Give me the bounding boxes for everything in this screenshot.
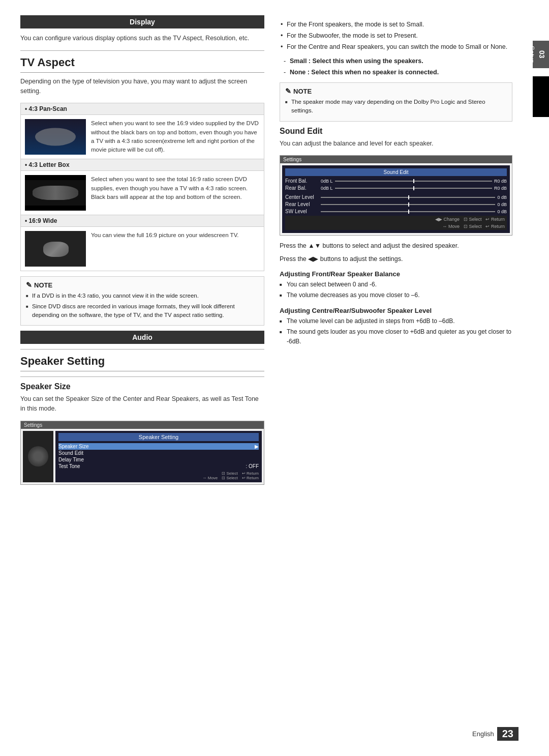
speaker-inner: Speaker Setting Speaker Size ▶ Sound Edi…: [21, 429, 264, 484]
speaker-screen-label: Settings: [21, 421, 264, 429]
pencil-icon: ✎: [26, 281, 32, 289]
wide-label: • 16:9 Wide: [21, 215, 264, 227]
speaker-row-0: Speaker Size ▶: [58, 443, 259, 450]
speaker-size-intro: You can set the Speaker Size of the Cent…: [20, 394, 264, 414]
bullet-item-1: For the Subwoofer, the mode is set to Pr…: [280, 31, 512, 41]
sound-edit-heading: Sound Edit: [280, 127, 512, 136]
page-number: 23: [497, 727, 518, 741]
speaker-panel-image: [23, 431, 53, 482]
adj-centre-heading: Adjusting Centre/Rear/Subwoofer Speaker …: [280, 307, 512, 314]
panscan-content: Select when you want to see the 16:9 vid…: [21, 115, 264, 159]
sound-screen-title: Sound Edit: [285, 168, 507, 176]
dash-item-none: None : Select this when no speaker is co…: [280, 67, 512, 77]
adj-front-rear-heading: Adjusting Front/Rear Speaker Balance: [280, 270, 512, 278]
note-item-1: If a DVD is in the 4:3 ratio, you cannot…: [26, 292, 259, 300]
divider-1: [20, 50, 264, 51]
speaker-note-title: ✎ NOTE: [285, 87, 507, 95]
wide-content: You can view the full 16:9 picture on yo…: [21, 227, 264, 271]
letterbox-text: Select when you want to see the total 16…: [91, 175, 260, 211]
right-column: For the Front speakers, the mode is set …: [280, 15, 512, 491]
panscan-text: Select when you want to see the 16:9 vid…: [91, 119, 260, 155]
sound-screen: Settings Sound Edit Front Bal. 0dB L R0 …: [280, 155, 512, 236]
speaker-bullet-list: For the Front speakers, the mode is set …: [280, 19, 512, 52]
wide-text: You can view the full 16:9 picture on yo…: [91, 231, 238, 267]
dash-item-small: Small : Select this when using the speak…: [280, 56, 512, 66]
sound-row-rear: Rear Bal. 0dB L R0 dB: [285, 185, 507, 191]
speaker-menu-title: Speaker Setting: [58, 433, 259, 441]
press-text-2: Press the ◀▶ buttons to adjust the setti…: [280, 254, 512, 264]
tv-aspect-intro: Depending on the type of television you …: [20, 77, 264, 96]
tv-aspect-heading: TV Aspect: [20, 56, 264, 73]
adj-centre-item-1: The sound gets louder as you move closer…: [280, 327, 512, 346]
display-intro: You can configure various display option…: [20, 34, 264, 43]
adj-front-item-1: The volume decreases as you move closer …: [280, 290, 512, 300]
sound-edit-intro: You can adjust the balance and level for…: [280, 139, 512, 149]
sound-footer: ◀▶ Change ⊡ Select ↩ Return: [285, 216, 507, 223]
adj-front-item-0: You can select between 0 and -6.: [280, 280, 512, 289]
sound-screen-inner: Sound Edit Front Bal. 0dB L R0 dB Rear B…: [282, 165, 510, 233]
speaker-note: ✎ NOTE The speaker mode may vary dependi…: [280, 82, 512, 122]
letterbox-image: [25, 175, 86, 211]
speaker-screen: Settings Speaker Setting Speaker Size ▶ …: [20, 421, 264, 485]
adj-centre-item-0: The volume level can be adjusted in step…: [280, 316, 512, 326]
note-item-2: Since DVD discs are recorded in various …: [26, 302, 259, 320]
audio-header: Audio: [20, 331, 264, 344]
press-text-1: Press the ▲▼ buttons to select and adjus…: [280, 241, 512, 251]
panscan-section: • 4:3 Pan-Scan Select when you want to s…: [20, 103, 264, 271]
panscan-image: [25, 119, 86, 155]
chapter-label: Setup: [528, 46, 536, 63]
sound-row-sw: SW Level 0 dB: [285, 209, 507, 214]
sound-row-rear-level: Rear Level 0 dB: [285, 201, 507, 207]
speaker-footer: ⊡ Select ↩ Return: [58, 471, 259, 476]
left-column: Display You can configure various displa…: [20, 15, 264, 491]
sound-row-center: Center Level 0 dB: [285, 194, 507, 200]
letterbox-content: Select when you want to see the total 16…: [21, 171, 264, 215]
speaker-size-heading: Speaker Size: [20, 382, 264, 391]
divider-2: [20, 349, 264, 350]
speaker-menu: Speaker Setting Speaker Size ▶ Sound Edi…: [55, 431, 262, 482]
sound-row-front: Front Bal. 0dB L R0 dB: [285, 178, 507, 184]
speaker-row-1: Sound Edit: [58, 450, 259, 456]
sound-footer-2: ↔ Move ⊡ Select ↩ Return: [285, 223, 507, 230]
bullet-item-0: For the Front speakers, the mode is set …: [280, 19, 512, 30]
side-tab-black: [533, 76, 549, 117]
display-header: Display: [20, 15, 264, 28]
side-tab: 03 Setup: [533, 41, 549, 68]
language-label: English: [472, 730, 494, 738]
divider-3: [20, 376, 264, 377]
note-title-1: ✎ NOTE: [26, 281, 259, 289]
speaker-setting-heading: Speaker Setting: [20, 355, 264, 371]
tv-aspect-note: ✎ NOTE If a DVD is in the 4:3 ratio, you…: [20, 276, 264, 326]
wide-image: [25, 231, 86, 267]
letterbox-label: • 4:3 Letter Box: [21, 159, 264, 171]
speaker-row-2: Delay Time: [58, 456, 259, 463]
speaker-footer-2: ↔ Move ⊡ Select ↩ Return: [58, 476, 259, 480]
speaker-note-item-0: The speaker mode may vary depending on t…: [285, 98, 507, 115]
pencil-icon-2: ✎: [285, 87, 291, 95]
chapter-number: 03: [538, 50, 546, 59]
panscan-label: • 4:3 Pan-Scan: [21, 103, 264, 115]
page-footer: English 23: [472, 727, 518, 741]
bullet-item-2: For the Centre and Rear speakers, you ca…: [280, 42, 512, 52]
speaker-row-3: Test Tone : OFF: [58, 463, 259, 470]
sound-screen-header: Settings: [280, 156, 512, 163]
